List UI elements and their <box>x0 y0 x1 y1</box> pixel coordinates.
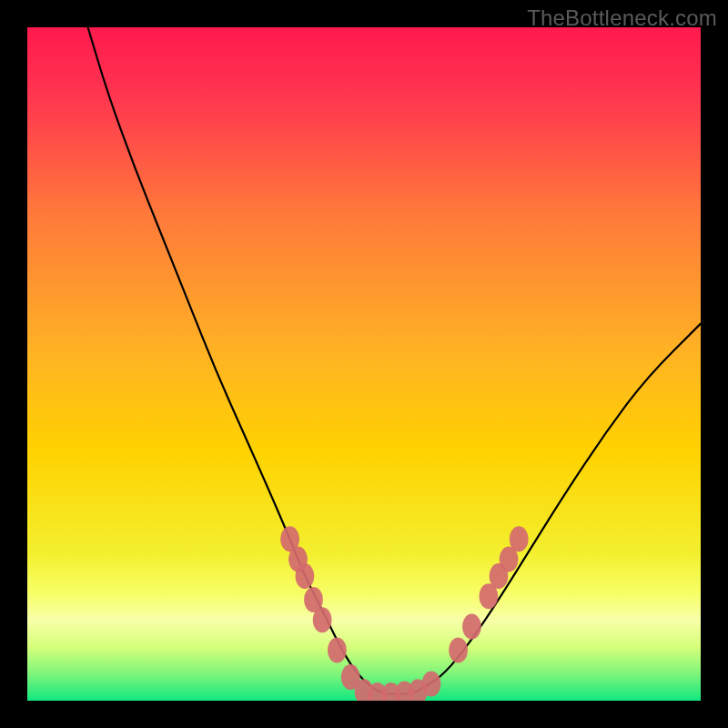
bead-marker <box>422 671 441 696</box>
chart-frame: TheBottleneck.com <box>0 0 728 728</box>
bottleneck-curve-chart <box>27 27 701 701</box>
bead-marker <box>328 637 347 662</box>
bead-marker <box>510 526 529 551</box>
bead-marker <box>462 614 481 640</box>
bead-marker <box>449 637 468 662</box>
bead-marker <box>296 563 315 589</box>
gradient-background <box>27 27 701 701</box>
bead-marker <box>313 607 332 632</box>
plot-area <box>27 27 701 701</box>
